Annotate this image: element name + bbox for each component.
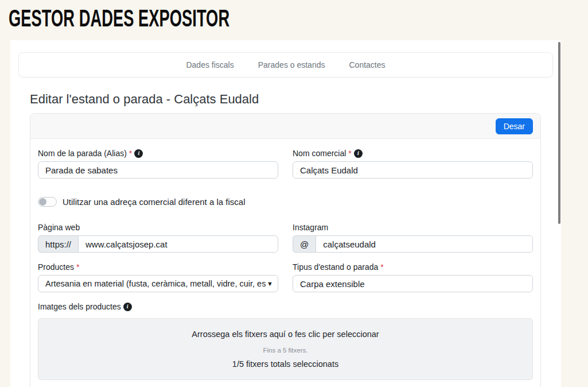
commercial-name-label: Nom comercial * i (293, 149, 533, 158)
products-multiselect[interactable]: Artesania en material (fusta, ceràmica, … (38, 275, 278, 292)
tab-contactes[interactable]: Contactes (340, 56, 394, 74)
website-label: Pàgina web (38, 223, 278, 232)
instagram-input-group: @ (293, 235, 533, 253)
website-input[interactable] (78, 235, 278, 253)
field-commercial-name: Nom comercial * i (293, 149, 533, 179)
instagram-input[interactable] (316, 235, 533, 253)
website-input-group: https:// (38, 235, 278, 253)
page-title: Editar l'estand o parada - Calçats Eudal… (30, 92, 259, 107)
commercial-name-input[interactable] (293, 161, 533, 179)
row-web-social: Pàgina web https:// Instagram @ (38, 223, 533, 253)
row-products-type: Productes * Artesania en material (fusta… (38, 262, 533, 292)
products-selected-text: Artesania en material (fusta, ceràmica, … (45, 279, 266, 288)
vertical-scrollbar[interactable] (558, 42, 560, 224)
main-surface: Dades fiscals Parades o estands Contacte… (10, 40, 561, 387)
app-title: GESTOR DADES EXPOSITOR (9, 5, 229, 32)
stand-type-label: Tipus d'estand o parada * (293, 262, 533, 272)
info-icon[interactable]: i (134, 149, 143, 158)
info-icon[interactable]: i (354, 149, 363, 158)
alias-label: Nom de la parada (Alias) * i (38, 149, 278, 158)
address-toggle[interactable] (38, 197, 57, 207)
tab-bar: Dades fiscals Parades o estands Contacte… (18, 52, 553, 78)
dropzone-limit-hint: Fins a 5 fitxers. (263, 347, 308, 354)
required-asterisk: * (129, 149, 132, 158)
toggle-thumb-icon (39, 198, 46, 206)
tab-dades-fiscals[interactable]: Dades fiscals (177, 56, 243, 74)
field-alias: Nom de la parada (Alias) * i (38, 149, 278, 179)
required-asterisk: * (76, 262, 79, 272)
field-website: Pàgina web https:// (38, 223, 278, 253)
file-dropzone[interactable]: Arrossega els fitxers aquí o fes clic pe… (38, 318, 533, 380)
chevron-down-icon: ▼ (267, 280, 273, 287)
instagram-label-text: Instagram (293, 223, 328, 232)
commercial-name-label-text: Nom comercial (293, 149, 346, 158)
row-names: Nom de la parada (Alias) * i Nom comerci… (38, 149, 533, 179)
website-label-text: Pàgina web (38, 223, 80, 232)
address-toggle-row: Utilitzar una adreça comercial diferent … (38, 197, 533, 207)
dropzone-count-status: 1/5 fitxers totals seleccionats (232, 359, 338, 369)
stand-edit-card: Desar Nom de la parada (Alias) * i Nom c… (30, 113, 541, 387)
required-asterisk: * (348, 149, 351, 158)
save-button[interactable]: Desar (496, 118, 533, 134)
at-prefix: @ (293, 235, 316, 253)
tab-parades-o-estands[interactable]: Parades o estands (249, 56, 334, 74)
field-stand-type: Tipus d'estand o parada * (293, 262, 533, 292)
products-label-text: Productes (38, 262, 74, 272)
images-label: Imatges dels productes i (38, 302, 533, 311)
card-toolbar: Desar (30, 114, 540, 139)
address-toggle-label: Utilitzar una adreça comercial diferent … (63, 197, 245, 207)
stand-type-input[interactable] (293, 275, 533, 292)
dropzone-instruction: Arrossega els fitxers aquí o fes clic pe… (192, 330, 379, 339)
instagram-label: Instagram (293, 223, 533, 232)
required-asterisk: * (380, 262, 383, 272)
alias-label-text: Nom de la parada (Alias) (38, 149, 127, 158)
alias-input[interactable] (38, 161, 278, 179)
field-instagram: Instagram @ (293, 223, 533, 253)
products-label: Productes * (38, 262, 278, 272)
https-prefix: https:// (38, 235, 78, 253)
images-label-text: Imatges dels productes (38, 302, 121, 311)
stand-type-label-text: Tipus d'estand o parada (293, 262, 378, 272)
card-body: Nom de la parada (Alias) * i Nom comerci… (30, 139, 540, 387)
field-products: Productes * Artesania en material (fusta… (38, 262, 278, 292)
info-icon[interactable]: i (123, 303, 132, 311)
field-product-images: Imatges dels productes i Arrossega els f… (38, 302, 533, 380)
